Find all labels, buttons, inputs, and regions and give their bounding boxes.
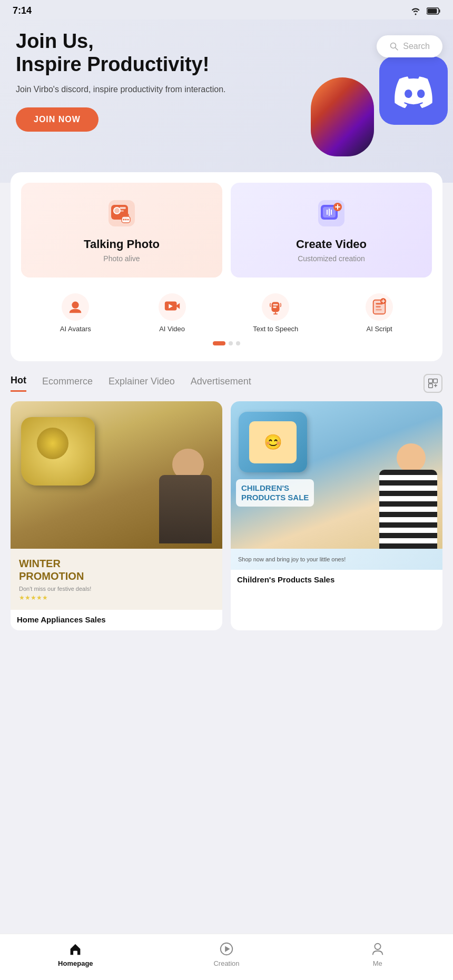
template-grid-icon — [428, 378, 438, 389]
svg-point-47 — [375, 944, 380, 949]
create-video-title: Create Video — [296, 237, 367, 251]
svg-point-8 — [114, 208, 120, 213]
nav-item-me[interactable]: Me — [302, 941, 453, 967]
ai-script-icon-container — [366, 293, 393, 321]
tab-hot[interactable]: Hot — [11, 375, 26, 392]
svg-rect-41 — [429, 379, 433, 383]
svg-rect-37 — [376, 309, 381, 311]
status-time: 7:14 — [13, 5, 32, 16]
discord-logo — [392, 70, 435, 112]
svg-rect-10 — [120, 210, 124, 212]
svg-rect-44 — [74, 951, 78, 955]
talking-photo-icon — [106, 197, 137, 229]
ai-video-icon-container — [159, 293, 186, 321]
tabs-section: Hot Ecommerce Explainer Video Advertisem… — [0, 361, 453, 401]
dot-1[interactable] — [213, 341, 225, 345]
video-thumb-home-appliances — [11, 401, 222, 549]
creation-label: Creation — [213, 959, 239, 967]
ai-script-label: AI Script — [367, 325, 392, 333]
text-to-speech-icon — [267, 298, 284, 316]
quick-action-ai-script[interactable]: AI Script — [366, 293, 393, 333]
svg-rect-1 — [439, 9, 440, 13]
talking-photo-subtitle: Photo alive — [103, 254, 140, 263]
talking-photo-card[interactable]: Talking Photo Photo alive — [21, 183, 222, 278]
category-tabs: Hot Ecommerce Explainer Video Advertisem… — [11, 374, 442, 393]
status-bar: 7:14 — [0, 0, 453, 19]
tab-explainer[interactable]: Explainer Video — [109, 376, 175, 391]
video-title-children-products: Children's Products Sales — [231, 570, 442, 590]
ai-avatars-icon — [66, 298, 84, 316]
svg-rect-9 — [120, 207, 126, 209]
text-to-speech-icon-container — [262, 293, 289, 321]
video-card-home-appliances[interactable]: WINTERPROMOTION Don't miss our festive d… — [11, 401, 222, 630]
svg-point-24 — [72, 302, 79, 309]
template-icon[interactable] — [424, 374, 442, 393]
video-grid: WINTERPROMOTION Don't miss our festive d… — [0, 401, 453, 694]
svg-point-13 — [125, 219, 127, 221]
svg-line-4 — [396, 48, 398, 51]
ai-video-icon — [163, 298, 181, 316]
video-thumb-children: 😊 CHILDREN'SPRODUCTS SALE — [231, 401, 442, 549]
hero-images: Search — [279, 25, 453, 172]
svg-rect-29 — [273, 304, 278, 305]
hero-title: Join Us,Inspire Productivity! — [16, 30, 248, 76]
tab-advertisement[interactable]: Advertisement — [191, 376, 251, 391]
promo-banner-kitchen: WINTERPROMOTION Don't miss our festive d… — [11, 549, 222, 610]
text-to-speech-label: Text to Speech — [253, 325, 298, 333]
svg-rect-42 — [434, 379, 438, 383]
nav-item-homepage[interactable]: Homepage — [0, 941, 151, 967]
avatar-orb — [311, 77, 374, 156]
nav-item-creation[interactable]: Creation — [151, 941, 302, 967]
feature-section: Talking Photo Photo alive Create Video — [11, 172, 442, 361]
rating-stars: ★★★★★ — [19, 594, 214, 601]
create-video-icon — [316, 197, 347, 229]
me-label: Me — [373, 959, 382, 967]
dot-2[interactable] — [229, 341, 233, 345]
svg-rect-43 — [429, 384, 433, 388]
promo-desc-children: Shop now and bring joy to your little on… — [238, 556, 435, 562]
svg-marker-46 — [225, 946, 230, 952]
tab-ecommerce[interactable]: Ecommerce — [42, 376, 93, 391]
quick-actions: AI Avatars AI Video — [21, 288, 432, 341]
promo-title-kitchen: WINTERPROMOTION — [19, 557, 214, 582]
create-video-subtitle: Customized creation — [298, 254, 365, 263]
bottom-navigation: Homepage Creation Me — [0, 934, 453, 980]
search-label: Search — [403, 42, 430, 51]
dot-3[interactable] — [236, 341, 240, 345]
creation-icon — [218, 941, 235, 957]
search-bubble: Search — [377, 35, 442, 57]
ai-avatars-icon-container — [62, 293, 89, 321]
feature-cards: Talking Photo Photo alive Create Video — [21, 183, 432, 278]
svg-point-12 — [123, 219, 125, 221]
ai-avatars-label: AI Avatars — [60, 325, 91, 333]
quick-action-text-to-speech[interactable]: Text to Speech — [253, 293, 298, 333]
talking-photo-title: Talking Photo — [84, 237, 160, 251]
svg-rect-2 — [428, 8, 437, 13]
promo-desc-kitchen: Don't miss our festive deals! — [19, 586, 214, 592]
battery-icon — [427, 7, 440, 15]
svg-rect-36 — [376, 306, 380, 308]
discord-icon — [379, 56, 448, 125]
me-icon — [369, 941, 386, 957]
hero-description: Join Virbo's discord, inspire productivi… — [16, 83, 248, 96]
hero-text: Join Us,Inspire Productivity! Join Virbo… — [16, 30, 248, 132]
ai-script-icon — [370, 298, 388, 316]
quick-action-ai-avatars[interactable]: AI Avatars — [60, 293, 91, 333]
homepage-label: Homepage — [58, 959, 93, 967]
wifi-icon — [410, 7, 421, 15]
search-icon — [389, 42, 399, 51]
ai-video-label: AI Video — [159, 325, 185, 333]
promo-banner-children: Shop now and bring joy to your little on… — [231, 549, 442, 570]
svg-point-14 — [127, 219, 129, 221]
video-title-home-appliances: Home Appliances Sales — [11, 610, 222, 630]
join-now-button[interactable]: JOIN NOW — [16, 107, 99, 132]
video-card-children-products[interactable]: 😊 CHILDREN'SPRODUCTS SALE Shop now and b… — [231, 401, 442, 630]
homepage-icon — [67, 941, 84, 957]
create-video-card[interactable]: Create Video Customized creation — [231, 183, 432, 278]
hero-section: Join Us,Inspire Productivity! Join Virbo… — [0, 19, 453, 183]
svg-rect-30 — [273, 306, 277, 308]
quick-action-ai-video[interactable]: AI Video — [159, 293, 186, 333]
carousel-dots — [21, 341, 432, 351]
